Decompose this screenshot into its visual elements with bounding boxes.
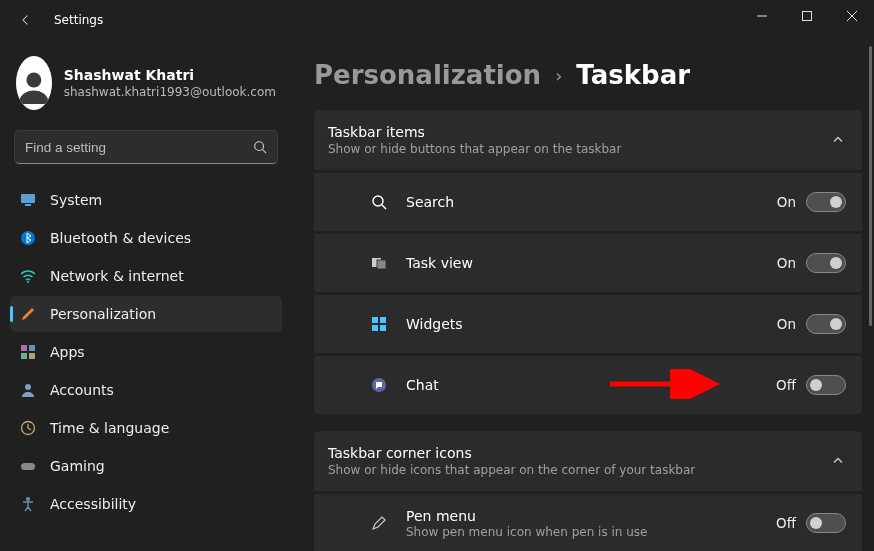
window-title: Settings xyxy=(54,13,103,27)
svg-rect-8 xyxy=(25,204,31,206)
maximize-button[interactable] xyxy=(784,0,829,32)
main-panel: Personalization › Taskbar Taskbar items … xyxy=(292,40,874,551)
window-buttons xyxy=(739,0,874,32)
wifi-icon xyxy=(20,268,36,284)
svg-rect-12 xyxy=(29,345,35,351)
nav-time-language[interactable]: Time & language xyxy=(10,410,282,446)
group-title: Taskbar corner icons xyxy=(328,445,810,461)
scrollbar[interactable] xyxy=(868,46,872,551)
nav-accessibility[interactable]: Accessibility xyxy=(10,486,282,522)
svg-rect-11 xyxy=(21,345,27,351)
profile-name: Shashwat Khatri xyxy=(64,67,276,83)
svg-rect-1 xyxy=(802,12,811,21)
group-subtitle: Show or hide icons that appear on the co… xyxy=(328,463,810,477)
search-icon xyxy=(370,193,388,211)
nav-label: System xyxy=(50,192,102,208)
search-toggle[interactable] xyxy=(806,192,846,212)
row-pen-menu: Pen menu Show pen menu icon when pen is … xyxy=(314,494,862,551)
nav-bluetooth[interactable]: Bluetooth & devices xyxy=(10,220,282,256)
profile-email: shashwat.khatri1993@outlook.com xyxy=(64,85,276,99)
svg-rect-17 xyxy=(21,463,35,470)
row-task-view: Task view On xyxy=(314,234,862,292)
toggle-state: Off xyxy=(776,515,796,531)
nav-network[interactable]: Network & internet xyxy=(10,258,282,294)
bluetooth-icon xyxy=(20,230,36,246)
nav-label: Accessibility xyxy=(50,496,136,512)
svg-rect-24 xyxy=(380,317,386,323)
nav-list: System Bluetooth & devices Network & int… xyxy=(10,178,282,522)
minimize-button[interactable] xyxy=(739,0,784,32)
svg-rect-14 xyxy=(29,353,35,359)
content: Taskbar items Show or hide buttons that … xyxy=(314,110,862,551)
breadcrumb: Personalization › Taskbar xyxy=(314,60,862,90)
widgets-toggle[interactable] xyxy=(806,314,846,334)
svg-point-19 xyxy=(373,196,383,206)
search-box[interactable] xyxy=(14,130,278,164)
search-input[interactable] xyxy=(25,140,253,155)
group-title: Taskbar items xyxy=(328,124,810,140)
nav-apps[interactable]: Apps xyxy=(10,334,282,370)
nav-label: Time & language xyxy=(50,420,169,436)
chevron-right-icon: › xyxy=(555,65,562,86)
svg-rect-7 xyxy=(21,194,35,203)
gamepad-icon xyxy=(20,458,36,474)
close-button[interactable] xyxy=(829,0,874,32)
scrollbar-thumb[interactable] xyxy=(869,46,872,326)
chevron-up-icon xyxy=(832,131,844,150)
toggle-state: On xyxy=(777,194,796,210)
chevron-up-icon xyxy=(832,452,844,471)
person-icon xyxy=(20,382,36,398)
widgets-icon xyxy=(370,315,388,333)
accessibility-icon xyxy=(20,496,36,512)
task-view-toggle[interactable] xyxy=(806,253,846,273)
profile-block[interactable]: Shashwat Khatri shashwat.khatri1993@outl… xyxy=(10,48,282,124)
breadcrumb-parent[interactable]: Personalization xyxy=(314,60,541,90)
chat-toggle[interactable] xyxy=(806,375,846,395)
close-icon xyxy=(847,11,857,21)
row-label: Widgets xyxy=(406,316,463,332)
apps-icon xyxy=(20,344,36,360)
toggle-state: On xyxy=(777,255,796,271)
svg-point-15 xyxy=(25,384,31,390)
avatar xyxy=(16,56,52,110)
minimize-icon xyxy=(757,11,767,21)
page-title: Taskbar xyxy=(576,60,690,90)
nav-label: Accounts xyxy=(50,382,114,398)
clock-icon xyxy=(20,420,36,436)
chat-icon xyxy=(370,376,388,394)
row-widgets: Widgets On xyxy=(314,295,862,353)
row-label: Pen menu xyxy=(406,508,647,524)
nav-label: Bluetooth & devices xyxy=(50,230,191,246)
row-label: Chat xyxy=(406,377,439,393)
pen-menu-toggle[interactable] xyxy=(806,513,846,533)
maximize-icon xyxy=(802,11,812,21)
svg-point-5 xyxy=(255,142,264,151)
svg-rect-22 xyxy=(377,260,386,269)
row-sublabel: Show pen menu icon when pen is in use xyxy=(406,525,647,539)
svg-rect-23 xyxy=(372,317,378,323)
nav-accounts[interactable]: Accounts xyxy=(10,372,282,408)
paintbrush-icon xyxy=(20,306,36,322)
toggle-state: On xyxy=(777,316,796,332)
nav-label: Network & internet xyxy=(50,268,184,284)
group-subtitle: Show or hide buttons that appear on the … xyxy=(328,142,810,156)
svg-rect-13 xyxy=(21,353,27,359)
nav-personalization[interactable]: Personalization xyxy=(10,296,282,332)
taskbar-items-header[interactable]: Taskbar items Show or hide buttons that … xyxy=(314,110,862,170)
nav-system[interactable]: System xyxy=(10,182,282,218)
row-label: Task view xyxy=(406,255,473,271)
pen-icon xyxy=(370,514,388,532)
sidebar: Shashwat Khatri shashwat.khatri1993@outl… xyxy=(0,40,292,551)
taskbar-corner-icons-header[interactable]: Taskbar corner icons Show or hide icons … xyxy=(314,431,862,491)
svg-rect-26 xyxy=(380,325,386,331)
nav-label: Apps xyxy=(50,344,85,360)
nav-label: Personalization xyxy=(50,306,156,322)
nav-label: Gaming xyxy=(50,458,105,474)
nav-gaming[interactable]: Gaming xyxy=(10,448,282,484)
row-label: Search xyxy=(406,194,454,210)
task-view-icon xyxy=(370,254,388,272)
svg-point-4 xyxy=(26,73,41,88)
back-button[interactable] xyxy=(20,14,32,26)
toggle-state: Off xyxy=(776,377,796,393)
arrow-left-icon xyxy=(20,13,32,27)
